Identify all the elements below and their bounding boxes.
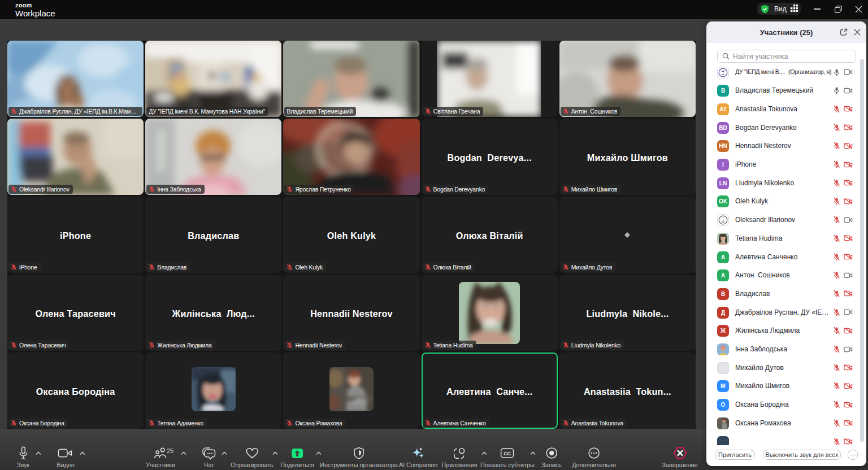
svg-text:CC: CC bbox=[504, 451, 511, 456]
